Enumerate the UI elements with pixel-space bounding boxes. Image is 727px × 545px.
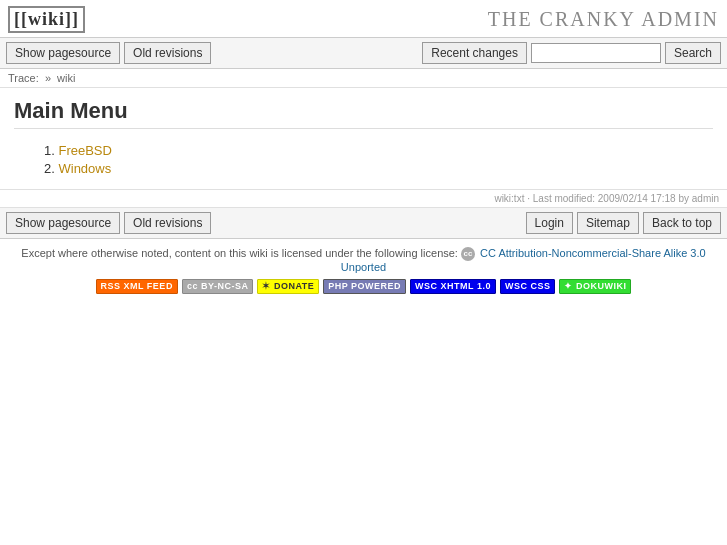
top-toolbar: Show pagesource Old revisions Recent cha… [0,38,727,69]
recent-changes-button[interactable]: Recent changes [422,42,527,64]
sitemap-button[interactable]: Sitemap [577,212,639,234]
footer: Except where otherwise noted, content on… [0,239,727,302]
main-content: Main Menu 1. FreeBSD 2. Windows [0,88,727,190]
license-text: Except where otherwise noted, content on… [21,247,458,259]
badge-dokuwiki: ✦ DOKUWIKI [559,279,631,294]
wiki-logo[interactable]: [[wiki]] [8,6,85,33]
bottom-show-pagesource-button[interactable]: Show pagesource [6,212,120,234]
footer-badges: RSS XML FEED cc BY-NC-SA ✶ DONATE PHP PO… [8,279,719,294]
show-pagesource-button[interactable]: Show pagesource [6,42,120,64]
menu-item-num: 1. [44,143,55,158]
menu-list: 1. FreeBSD 2. Windows [14,143,713,176]
badge-php: PHP POWERED [323,279,406,294]
old-revisions-button[interactable]: Old revisions [124,42,211,64]
menu-item-link-windows[interactable]: Windows [58,161,111,176]
list-item: 1. FreeBSD [44,143,713,158]
search-button[interactable]: Search [665,42,721,64]
search-input[interactable] [531,43,661,63]
menu-item-link-freebsd[interactable]: FreeBSD [58,143,111,158]
list-item: 2. Windows [44,161,713,176]
breadcrumb: Trace: » wiki [0,69,727,88]
bottom-old-revisions-button[interactable]: Old revisions [124,212,211,234]
bottom-toolbar: Show pagesource Old revisions Login Site… [0,208,727,239]
trace-label: Trace: [8,72,39,84]
header: [[wiki]] The Cranky Admin [0,0,727,38]
top-toolbar-right: Recent changes Search [422,42,721,64]
page-info: wiki:txt · Last modified: 2009/02/14 17:… [0,190,727,208]
badge-w3c-html: WSC XHTML 1.0 [410,279,496,294]
menu-item-num: 2. [44,161,55,176]
top-toolbar-left: Show pagesource Old revisions [6,42,422,64]
page-info-text: wiki:txt · Last modified: 2009/02/14 17:… [494,193,719,204]
badge-donate: ✶ DONATE [257,279,319,294]
badge-w3c-css: WSC CSS [500,279,556,294]
back-to-top-button[interactable]: Back to top [643,212,721,234]
logo-text: wiki [28,9,65,29]
footer-license: Except where otherwise noted, content on… [8,247,719,273]
badge-cc: cc BY-NC-SA [182,279,254,294]
cc-icon: cc [461,247,475,261]
bottom-toolbar-left: Show pagesource Old revisions [6,212,526,234]
site-title: The Cranky Admin [488,8,719,31]
badge-rss: RSS XML FEED [96,279,178,294]
bottom-toolbar-right: Login Sitemap Back to top [526,212,721,234]
login-button[interactable]: Login [526,212,573,234]
breadcrumb-wiki-link[interactable]: wiki [57,72,75,84]
page-title: Main Menu [14,98,713,129]
